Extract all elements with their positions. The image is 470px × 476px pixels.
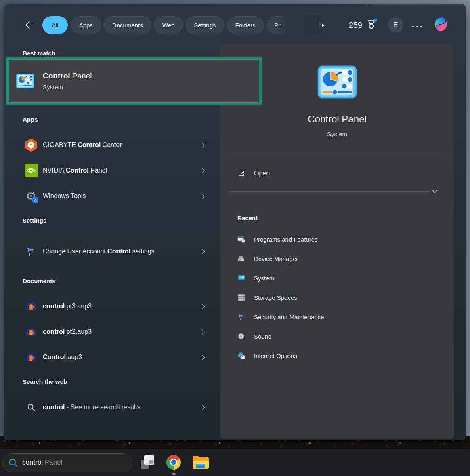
result-change-uac-settings[interactable]: Change User Account Control settings <box>13 234 211 269</box>
search-the-web-header: Search the web <box>23 378 67 385</box>
chevron-right-icon <box>199 249 205 254</box>
best-match-result-control-panel[interactable]: Control Panel System <box>9 60 259 102</box>
stacked-windows-app-icon[interactable] <box>141 455 154 469</box>
security-flag-icon <box>237 313 245 321</box>
recent-item-sound[interactable]: Sound <box>237 329 439 343</box>
recent-item-internet-options[interactable]: Internet Options <box>237 348 439 363</box>
best-match-header: Best match <box>23 50 55 57</box>
gigabyte-logo-icon <box>25 139 38 152</box>
windows-search-icon <box>8 458 18 468</box>
storage-spaces-icon <box>237 293 245 301</box>
result-gigabyte-control-center[interactable]: GIGABYTE Control Center <box>13 133 211 158</box>
uac-flag-icon <box>25 245 38 258</box>
tabs-fade-overlay <box>298 15 322 35</box>
control-panel-icon-large <box>317 65 357 99</box>
more-options-icon[interactable] <box>411 24 424 29</box>
recent-item-programs-and-features[interactable]: Programs and Features <box>237 232 439 246</box>
tab-apps[interactable]: Apps <box>71 16 101 34</box>
result-document-control[interactable]: Control.aup3 <box>13 345 211 370</box>
device-manager-icon <box>237 255 245 263</box>
back-arrow-icon <box>25 20 35 30</box>
tab-all[interactable]: All <box>42 16 68 34</box>
chevron-down-icon[interactable] <box>431 187 439 195</box>
sound-speaker-icon <box>237 332 245 340</box>
file-explorer-icon[interactable] <box>193 456 209 469</box>
apps-header: Apps <box>23 116 38 123</box>
taskbar: control Panel <box>0 449 470 476</box>
account-avatar[interactable]: E <box>388 17 403 33</box>
result-document-control-pt2[interactable]: control pt2.aup3 <box>13 319 211 344</box>
result-detail-panel: Control Panel System Open Recent Program… <box>220 45 454 439</box>
chrome-icon[interactable] <box>166 455 181 470</box>
recent-item-storage-spaces[interactable]: Storage Spaces <box>237 290 439 305</box>
search-query-text: control <box>22 459 43 467</box>
chevron-right-icon <box>199 329 205 335</box>
control-panel-icon <box>16 73 34 89</box>
tab-web[interactable]: Web <box>154 16 183 34</box>
copilot-icon[interactable] <box>432 15 450 34</box>
result-web-search-control[interactable]: control - See more search results <box>13 395 211 420</box>
documents-header: Documents <box>23 278 56 284</box>
recent-item-system[interactable]: System <box>237 271 439 285</box>
recent-item-security-and-maintenance[interactable]: Security and Maintenance <box>237 310 439 324</box>
detail-app-subtitle: System <box>220 131 454 137</box>
start-search-flyout: All Apps Documents Web Settings Folders … <box>4 4 466 440</box>
result-document-control-pt3[interactable]: control pt3.aup3 <box>13 294 211 319</box>
search-suggestion-text: Panel <box>43 459 62 467</box>
audacity-file-icon <box>25 351 38 364</box>
chevron-right-icon <box>199 194 205 199</box>
result-nvidia-control-panel[interactable]: NVIDIA Control Panel <box>13 158 211 183</box>
open-action[interactable]: Open <box>237 165 270 181</box>
play-icon[interactable] <box>319 22 325 29</box>
rewards-medal-icon[interactable] <box>365 19 378 32</box>
chevron-right-icon <box>199 304 205 309</box>
chevron-right-icon <box>199 405 205 410</box>
taskbar-search-box[interactable]: control Panel <box>2 453 132 472</box>
rewards-points: 259 <box>343 21 362 30</box>
detail-app-title: Control Panel <box>220 114 454 125</box>
tab-settings[interactable]: Settings <box>186 16 224 34</box>
nvidia-logo-icon <box>25 164 38 177</box>
best-match-subtitle: System <box>43 84 92 91</box>
search-filter-tabs: All Apps Documents Web Settings Folders … <box>42 16 290 34</box>
settings-header: Settings <box>23 217 46 224</box>
internet-globe-icon <box>237 352 245 360</box>
chevron-right-icon <box>199 168 205 173</box>
search-icon <box>25 401 38 414</box>
chevron-right-icon <box>199 143 205 148</box>
open-external-icon <box>237 169 245 177</box>
result-windows-tools[interactable]: ⚙✓ Windows Tools <box>13 183 211 209</box>
programs-and-features-icon <box>237 235 245 243</box>
tab-photos-truncated[interactable]: Ph <box>267 16 290 34</box>
back-button[interactable] <box>25 20 35 30</box>
chevron-right-icon <box>199 355 205 360</box>
best-match-title: Control Panel <box>43 72 92 80</box>
divider <box>229 155 445 155</box>
chrome-running-indicator <box>172 473 176 475</box>
tab-documents[interactable]: Documents <box>104 16 151 34</box>
system-monitor-icon <box>237 274 245 282</box>
windows-tools-icon: ⚙✓ <box>25 190 38 202</box>
tab-folders[interactable]: Folders <box>227 16 264 34</box>
recent-item-device-manager[interactable]: Device Manager <box>237 251 439 266</box>
audacity-file-icon <box>25 300 38 313</box>
recent-header: Recent <box>237 215 258 221</box>
divider <box>229 191 430 192</box>
audacity-file-icon <box>25 325 38 338</box>
